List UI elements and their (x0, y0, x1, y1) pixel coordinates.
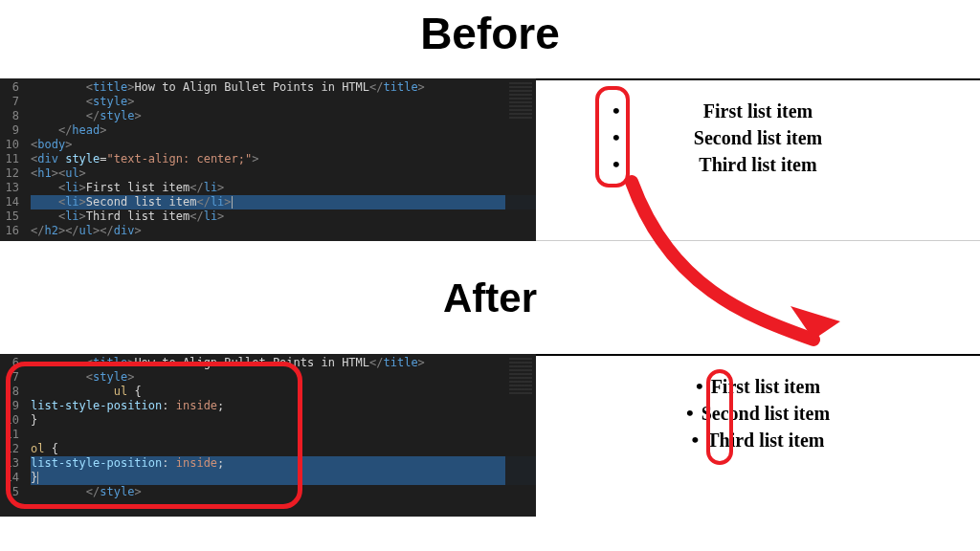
render-output-after: First list item Second list item Third l… (536, 354, 980, 517)
list-item: Second list item (536, 124, 980, 151)
list-item: Third list item (536, 151, 980, 178)
rendered-list-after: First list item Second list item Third l… (536, 356, 980, 453)
heading-after: After (0, 276, 980, 321)
line-number-gutter: 678910111213141516 (0, 78, 23, 241)
heading-before: Before (0, 8, 980, 59)
list-item: First list item (536, 98, 980, 124)
code-editor-after: 6789101112131415 <title>How to Align Bul… (0, 354, 536, 517)
render-output-before: ••• First list item Second list item Thi… (536, 78, 980, 241)
list-item: Second list item (536, 400, 980, 427)
list-item: Third list item (536, 427, 980, 453)
code-content: <title>How to Align Bullet Points in HTM… (23, 78, 536, 241)
list-item: First list item (536, 373, 980, 400)
minimap (505, 354, 536, 517)
code-editor-before: 678910111213141516 <title>How to Align B… (0, 78, 536, 241)
minimap (505, 78, 536, 241)
rendered-list-before: First list item Second list item Third l… (536, 80, 980, 178)
code-content: <title>How to Align Bullet Points in HTM… (23, 354, 536, 517)
line-number-gutter: 6789101112131415 (0, 354, 23, 517)
